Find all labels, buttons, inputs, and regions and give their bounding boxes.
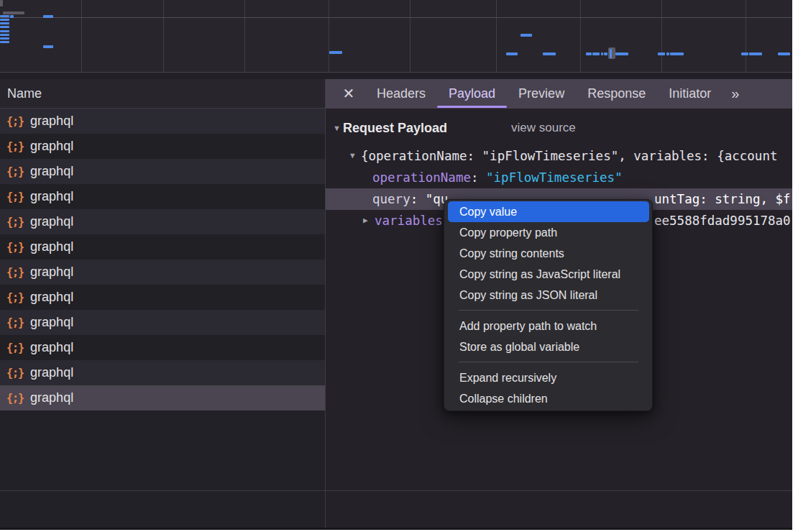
request-timing-bar bbox=[615, 52, 628, 55]
request-timing-bar bbox=[741, 52, 748, 55]
request-name-label: graphql bbox=[30, 315, 73, 330]
request-row[interactable]: {;}graphql bbox=[0, 234, 325, 260]
request-timing-bar-grey bbox=[0, 0, 3, 6]
tab-label: Preview bbox=[518, 86, 564, 101]
request-timing-bar bbox=[592, 52, 600, 55]
overview-gridline bbox=[580, 0, 581, 72]
tab-payload[interactable]: Payload bbox=[437, 79, 507, 109]
request-timing-bar-grey bbox=[3, 12, 24, 14]
menu-item-copy-string-as-json-literal[interactable]: Copy string as JSON literal bbox=[444, 285, 652, 306]
tab-preview[interactable]: Preview bbox=[507, 79, 576, 109]
json-request-icon: {;} bbox=[6, 341, 24, 354]
menu-item-add-property-path-to-watch[interactable]: Add property path to watch bbox=[444, 316, 652, 336]
request-row[interactable]: {;}graphql bbox=[0, 385, 325, 411]
request-timing-bar bbox=[0, 37, 9, 40]
request-row[interactable]: {;}graphql bbox=[0, 285, 325, 310]
tab-response[interactable]: Response bbox=[576, 79, 657, 109]
menu-item-store-as-global-variable[interactable]: Store as global variable bbox=[444, 336, 652, 357]
request-rows: {;}graphql{;}graphql{;}graphql{;}graphql… bbox=[0, 109, 325, 411]
selected-request-marker-bar bbox=[610, 49, 612, 58]
tab-label: Headers bbox=[377, 86, 426, 101]
request-timing-bar bbox=[601, 52, 603, 55]
request-timing-bar bbox=[670, 52, 684, 55]
property-key: variables bbox=[375, 210, 443, 231]
network-overview[interactable] bbox=[0, 0, 792, 73]
request-timing-bar bbox=[0, 30, 9, 32]
request-row[interactable]: {;}graphql bbox=[0, 184, 325, 209]
overview-gridline bbox=[81, 0, 82, 72]
object-preview-text: {operationName: "ipFlowTimeseries", vari… bbox=[361, 145, 777, 167]
overview-bottom-strip bbox=[0, 73, 792, 79]
request-payload-section-header[interactable]: ▼ Request Payload view source bbox=[326, 117, 792, 139]
collapse-triangle-icon[interactable]: ▼ bbox=[350, 145, 355, 167]
request-timing-bar bbox=[0, 26, 9, 28]
menu-item-collapse-children[interactable]: Collapse children bbox=[444, 388, 652, 409]
request-row[interactable]: {;}graphql bbox=[0, 260, 325, 285]
menu-item-copy-value[interactable]: Copy value bbox=[448, 201, 649, 222]
name-column-header[interactable]: Name bbox=[0, 79, 325, 109]
request-timing-bar bbox=[43, 45, 53, 48]
property-key: query bbox=[372, 192, 411, 206]
request-row[interactable]: {;}graphql bbox=[0, 310, 325, 335]
bottom-edge bbox=[0, 528, 792, 530]
json-request-icon: {;} bbox=[6, 216, 24, 229]
collapse-triangle-icon[interactable]: ▼ bbox=[333, 117, 341, 139]
tab-headers[interactable]: Headers bbox=[365, 79, 437, 109]
request-timing-bar bbox=[0, 19, 9, 21]
request-name-label: graphql bbox=[30, 214, 73, 229]
request-timing-bar bbox=[0, 41, 9, 43]
request-row[interactable]: {;}graphql bbox=[0, 134, 325, 159]
footer-divider bbox=[0, 490, 792, 491]
request-timing-bar bbox=[778, 52, 790, 55]
payload-row-operationname[interactable]: operationName: "ipFlowTimeseries" bbox=[326, 167, 792, 188]
payload-object-preview-row[interactable]: ▼ {operationName: "ipFlowTimeseries", va… bbox=[326, 145, 792, 167]
request-row[interactable]: {;}graphql bbox=[0, 335, 325, 360]
view-source-link[interactable]: view source bbox=[511, 117, 576, 139]
request-row[interactable]: {;}graphql bbox=[0, 109, 325, 134]
property-value: "ipFlowTimeseries" bbox=[486, 170, 623, 185]
menu-separator bbox=[459, 362, 638, 362]
context-menu: Copy valueCopy property pathCopy string … bbox=[444, 199, 653, 411]
json-request-icon: {;} bbox=[6, 266, 24, 279]
request-name-label: graphql bbox=[30, 365, 73, 380]
request-timing-bar bbox=[43, 15, 53, 18]
json-request-icon: {;} bbox=[6, 140, 24, 153]
json-request-icon: {;} bbox=[6, 392, 24, 405]
tab-label: Initiator bbox=[669, 86, 711, 101]
request-timing-bar bbox=[10, 15, 14, 18]
active-tab-underline bbox=[437, 106, 507, 108]
more-tabs-icon[interactable]: » bbox=[731, 86, 738, 102]
menu-separator bbox=[459, 310, 638, 311]
request-name-label: graphql bbox=[30, 340, 73, 355]
overview-gridline bbox=[746, 0, 746, 72]
request-timing-bar bbox=[506, 52, 518, 55]
expand-triangle-icon[interactable]: ▶ bbox=[363, 210, 368, 231]
menu-item-copy-string-contents[interactable]: Copy string contents bbox=[444, 243, 652, 264]
tab-label: Response bbox=[587, 86, 646, 101]
request-name-label: graphql bbox=[30, 164, 73, 179]
request-row[interactable]: {;}graphql bbox=[0, 209, 325, 234]
request-timing-bar bbox=[0, 22, 9, 24]
request-timing-bar bbox=[0, 15, 9, 17]
menu-item-copy-property-path[interactable]: Copy property path bbox=[444, 222, 652, 243]
json-request-icon: {;} bbox=[6, 291, 24, 304]
property-key: operationName bbox=[372, 170, 471, 185]
request-row[interactable]: {;}graphql bbox=[0, 159, 325, 184]
request-name-label: graphql bbox=[30, 390, 73, 405]
overview-gridline bbox=[496, 0, 497, 72]
menu-item-copy-string-as-javascript-literal[interactable]: Copy string as JavaScript literal bbox=[444, 264, 652, 285]
tabs-container: HeadersPayloadPreviewResponseInitiator bbox=[365, 79, 723, 109]
request-timing-bar bbox=[329, 51, 342, 54]
tab-initiator[interactable]: Initiator bbox=[657, 79, 723, 109]
json-request-icon: {;} bbox=[6, 191, 24, 203]
request-timing-bar bbox=[749, 52, 762, 55]
panel-divider[interactable] bbox=[325, 79, 326, 530]
request-name-label: graphql bbox=[30, 139, 73, 154]
details-tab-bar: ✕ HeadersPayloadPreviewResponseInitiator… bbox=[326, 79, 792, 109]
request-row[interactable]: {;}graphql bbox=[0, 360, 325, 385]
devtools-window: Name {;}graphql{;}graphql{;}graphql{;}gr… bbox=[0, 0, 792, 530]
close-icon[interactable]: ✕ bbox=[337, 79, 360, 109]
request-name-label: graphql bbox=[30, 290, 73, 305]
property-value-right: untTag: string, $f bbox=[654, 188, 791, 210]
menu-item-expand-recursively[interactable]: Expand recursively bbox=[444, 367, 652, 388]
